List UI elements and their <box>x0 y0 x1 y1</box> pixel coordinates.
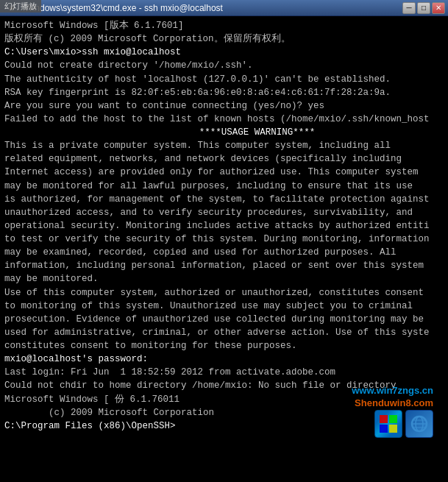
terminal-line: Failed to add the host to the list of kn… <box>4 113 444 126</box>
terminal-line: ****USAGE WARNING**** <box>4 126 444 139</box>
terminal-line: (c) 2009 Microsoft Corporation <box>4 406 444 419</box>
terminal-line: Microsoft Windows [版本 6.1.7601] <box>4 19 444 32</box>
terminal-line: Could not create directory '/home/mxio/.… <box>4 59 444 72</box>
close-button[interactable]: ✕ <box>432 2 445 14</box>
terminal-line: mxio@localhost's password: <box>4 352 444 366</box>
terminal-line: unauthorized access, and to verify secur… <box>4 206 444 219</box>
terminal-line: RSA key fingerprint is 82:0f:e5:eb:6a:96… <box>4 86 444 99</box>
terminal-line: may be monitored. <box>4 272 444 286</box>
terminal-line: Use of this computer system, authorized … <box>4 286 444 300</box>
terminal-line: The authenticity of host 'localhost (127… <box>4 73 444 86</box>
terminal-line: may be monitored for all lawful purposes… <box>4 180 444 193</box>
terminal-line: 版权所有 (c) 2009 Microsoft Corporation。保留所有… <box>4 32 444 46</box>
terminal-line: used for administrative, criminal, or ot… <box>4 326 444 339</box>
terminal-line: constitutes consent to monitoring for th… <box>4 339 444 352</box>
terminal-line: Last login: Fri Jun 1 18:52:59 2012 from… <box>4 366 444 379</box>
terminal-line: to test or verify the security of this s… <box>4 233 444 246</box>
terminal-line: is authorized, for management of the sys… <box>4 193 444 206</box>
terminal-line: prosecution. Evidence of unauthorized us… <box>4 313 444 326</box>
title-bar: ▣ \Windows\system32\cmd.exe - ssh mxio@l… <box>0 0 448 16</box>
maximize-button[interactable]: □ <box>417 2 430 14</box>
terminal-line: Internet access) are provided only for a… <box>4 166 444 179</box>
title-bar-buttons: ─ □ ✕ <box>402 2 445 14</box>
terminal-line: C:\Program Files (x86)\OpenSSH> <box>4 419 444 433</box>
top-label: 幻灯播放 <box>0 0 41 13</box>
terminal-line: C:\Users\mxio>ssh mxio@localhost <box>4 46 444 59</box>
terminal-line: may be examined, recorded, copied and us… <box>4 246 444 259</box>
terminal-line: Microsoft Windows [ 份 6.1.76011 <box>4 393 444 406</box>
terminal-line: This is a private computer system. This … <box>4 139 444 152</box>
minimize-button[interactable]: ─ <box>402 2 416 14</box>
terminal-line: information, including personal informat… <box>4 259 444 272</box>
terminal-line: Are you sure you want to continue connec… <box>4 99 444 113</box>
terminal-line: Could not chdir to home directory /home/… <box>4 379 444 392</box>
terminal-window: Microsoft Windows [版本 6.1.7601]版权所有 (c) … <box>0 16 448 482</box>
terminal-line: operational security. Monitoring include… <box>4 219 444 233</box>
terminal-line: to monitoring of this system. Unauthoriz… <box>4 300 444 313</box>
title-bar-text: \Windows\system32\cmd.exe - ssh mxio@loc… <box>22 3 223 13</box>
terminal-line: related equipment, networks, and network… <box>4 152 444 166</box>
